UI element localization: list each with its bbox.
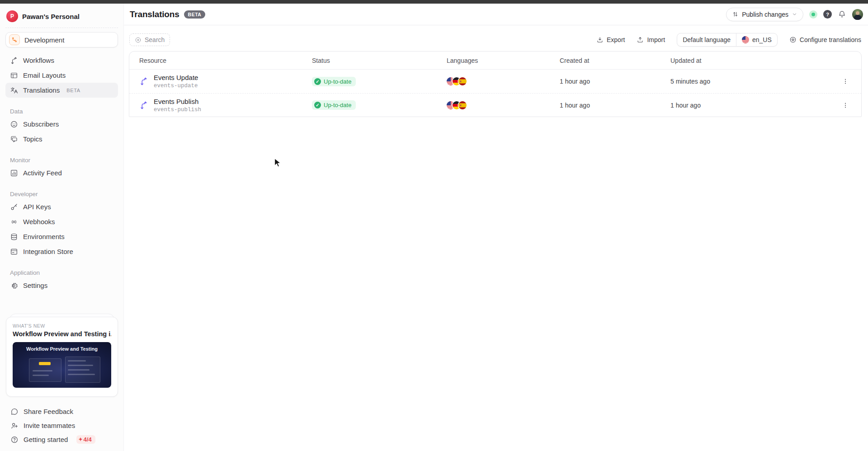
resource-slug: events-publish [154,107,201,113]
sidebar-section-monitor: Monitor [5,155,118,165]
main-content: Translations BETA Publish changes ? Sear… [124,4,868,451]
sidebar-item-email-layouts[interactable]: Email Layouts [5,68,118,83]
whats-new-title: Workflow Preview and Testing i... [13,330,111,338]
database-icon [10,233,18,241]
sidebar-nav: Workflows Email Layouts Translations BET… [5,53,118,293]
updated-at-cell: 5 minutes ago [670,78,836,85]
activity-chart-icon [10,169,18,177]
sidebar-item-subscribers[interactable]: Subscribers [5,117,118,132]
sidebar-item-label: Webhooks [23,218,55,226]
sidebar-item-integration-store[interactable]: Integration Store [5,244,118,259]
sidebar-footer: Share Feedback Invite teammates Getting … [6,404,118,446]
app-window: P Pawan's Personal Development Workflows… [0,4,868,451]
column-header-status: Status [312,57,447,64]
thumbnail-line [33,375,49,376]
sidebar-item-label: API Keys [23,203,51,211]
footer-item-label: Invite teammates [24,422,75,429]
row-actions-kebab-menu[interactable] [840,75,851,87]
getting-started-button[interactable]: Getting started ✦4/4 [6,432,118,446]
org-switcher[interactable]: P Pawan's Personal [5,4,118,23]
sidebar-item-api-keys[interactable]: API Keys [5,199,118,214]
search-button[interactable]: Search [129,33,170,46]
page-title: Translations [130,9,179,19]
thumbnail-line [68,369,90,371]
share-feedback-button[interactable]: Share Feedback [6,404,118,418]
sidebar-item-label: Translations [23,86,60,94]
feedback-bubble-icon [10,408,19,416]
publish-arrows-icon [732,11,739,18]
question-circle-icon [10,436,19,444]
sidebar-divider [5,28,118,28]
whats-new-eyebrow: WHAT'S NEW [13,323,111,329]
translations-toolbar: Search Export Import Default language en… [124,25,868,51]
resource-slug: events-update [154,83,198,89]
default-language-label[interactable]: Default language [677,33,736,46]
translate-icon [10,86,18,94]
org-name: Pawan's Personal [22,13,80,20]
default-language-control: Default language en_US [677,33,778,47]
environment-branch-icon [9,34,20,45]
sidebar-item-topics[interactable]: Topics [5,132,118,146]
environment-selector[interactable]: Development [5,32,118,47]
table-row[interactable]: Events Publish events-publish ✓ Up-to-da… [129,93,861,117]
workflows-icon [10,56,18,65]
created-at-cell: 1 hour ago [560,78,670,85]
page-header: Translations BETA Publish changes ? [124,4,868,25]
sidebar-item-label: Settings [23,282,47,289]
footer-item-label: Share Feedback [24,408,73,415]
sidebar-item-workflows[interactable]: Workflows [5,53,118,68]
languages-flag-stack [447,77,560,85]
beta-tag: BETA [66,88,80,93]
workflow-resource-icon [139,101,148,110]
sidebar-item-label: Integration Store [23,248,73,255]
footer-item-label: Getting started [24,436,68,443]
chevron-down-icon [792,11,797,17]
translations-table: Resource Status Languages Created at Upd… [129,51,862,117]
resource-name: Events Publish [154,98,201,106]
column-header-updated-at: Updated at [670,57,836,64]
notifications-bell-icon[interactable] [838,10,846,19]
thumbnail-line [68,365,93,366]
sidebar-item-environments[interactable]: Environments [5,229,118,244]
whats-new-thumbnail[interactable]: Workflow Preview and Testing [13,342,111,388]
us-flag-icon [742,36,749,43]
export-button[interactable]: Export [596,36,625,43]
row-actions-kebab-menu[interactable] [840,99,851,111]
topics-icon [10,135,18,143]
upload-icon [637,36,644,43]
es-flag-icon [458,101,467,109]
publish-changes-button[interactable]: Publish changes [726,8,803,21]
status-badge: ✓ Up-to-date [312,77,356,86]
sidebar-item-activity-feed[interactable]: Activity Feed [5,165,118,180]
sidebar-item-translations[interactable]: Translations BETA [5,83,118,98]
sidebar: P Pawan's Personal Development Workflows… [0,4,124,451]
whats-new-card[interactable]: WHAT'S NEW Workflow Preview and Testing … [6,317,118,397]
table-row[interactable]: Events Update events-update ✓ Up-to-date [129,70,861,93]
sidebar-item-label: Subscribers [23,120,59,128]
sidebar-item-webhooks[interactable]: Webhooks [5,214,118,229]
invite-teammates-button[interactable]: Invite teammates [6,418,118,432]
sidebar-item-settings[interactable]: Settings [5,278,118,293]
sidebar-item-label: Activity Feed [23,169,62,177]
getting-started-progress-badge: ✦4/4 [76,435,95,444]
help-button[interactable]: ? [823,10,832,19]
org-logo: P [6,10,18,22]
gear-icon [10,282,18,290]
gear-circle-icon [789,36,797,43]
subscribers-icon [10,120,18,128]
check-icon: ✓ [314,78,321,85]
whats-new-thumbnail-title: Workflow Preview and Testing [13,346,111,352]
thumbnail-highlight [39,362,51,365]
default-language-value[interactable]: en_US [736,33,777,46]
whats-new-widget: WHAT'S NEW Workflow Preview and Testing … [6,317,118,397]
user-avatar[interactable] [852,9,863,20]
sidebar-item-label: Email Layouts [23,71,66,79]
sidebar-section-application: Application [5,267,118,278]
import-button[interactable]: Import [637,36,665,43]
layout-icon [10,71,18,80]
sparkle-icon: ✦ [78,437,82,442]
configure-translations-button[interactable]: Configure translations [789,36,861,43]
environment-label: Development [24,36,64,44]
page-beta-badge: BETA [184,10,206,19]
connection-status-indicator [809,10,817,19]
